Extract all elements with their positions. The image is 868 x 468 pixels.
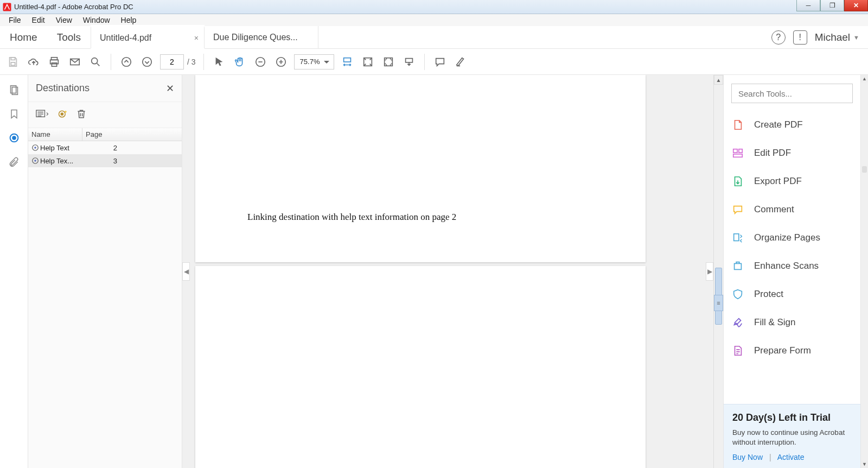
- print-icon[interactable]: [47, 54, 62, 69]
- search-icon[interactable]: [88, 54, 103, 69]
- destinations-title: Destinations: [36, 83, 90, 94]
- thumbnails-icon[interactable]: [8, 84, 21, 97]
- menu-edit[interactable]: Edit: [27, 16, 50, 24]
- hand-tool-icon[interactable]: [232, 54, 247, 69]
- collapse-right-icon[interactable]: ▶: [706, 262, 713, 281]
- tool-label: Organize Pages: [754, 232, 820, 243]
- page-down-icon[interactable]: [139, 54, 155, 69]
- col-name[interactable]: Name: [28, 128, 82, 141]
- zoom-out-icon[interactable]: [253, 54, 268, 69]
- tool-icon: [731, 203, 744, 216]
- tool-item-fill-sign[interactable]: Fill & Sign: [724, 308, 860, 337]
- tool-item-edit-pdf[interactable]: Edit PDF: [724, 139, 860, 167]
- collapse-left-icon[interactable]: ◀: [182, 262, 190, 281]
- page-number-box: / 3: [160, 54, 196, 69]
- close-tab-icon[interactable]: ×: [194, 34, 199, 42]
- vertical-scrollbar[interactable]: ▲ ≡: [713, 75, 723, 468]
- tool-item-comment[interactable]: Comment: [724, 195, 860, 224]
- document-tab-2[interactable]: Due Diligence Ques...: [205, 26, 318, 48]
- attachments-icon[interactable]: [8, 155, 21, 168]
- buy-now-link[interactable]: Buy Now: [732, 453, 763, 461]
- svg-point-19: [12, 136, 16, 140]
- tool-item-create-pdf[interactable]: Create PDF: [724, 111, 860, 139]
- dest-row-page: 3: [99, 157, 120, 165]
- svg-rect-15: [406, 58, 413, 62]
- fullscreen-icon[interactable]: [381, 54, 396, 69]
- tool-item-prepare-form[interactable]: Prepare Form: [724, 337, 860, 365]
- chevron-down-icon: ▼: [853, 34, 859, 41]
- link-separator: |: [769, 453, 771, 461]
- cloud-upload-icon[interactable]: [26, 54, 41, 69]
- document-tab-2-label: Due Diligence Ques...: [213, 33, 298, 42]
- tool-item-organize-pages[interactable]: Organize Pages: [724, 224, 860, 252]
- home-tab[interactable]: Home: [0, 26, 47, 48]
- tab-bar: Home Tools Untitled-4.pdf × Due Diligenc…: [0, 26, 868, 49]
- dest-options-icon[interactable]: [36, 109, 50, 121]
- tools-scrollbar[interactable]: ▲ ▼: [860, 75, 868, 468]
- close-window-button[interactable]: ✕: [844, 0, 868, 11]
- page-total-label: / 3: [187, 58, 196, 66]
- tool-icon: [731, 147, 744, 160]
- tool-label: Enhance Scans: [754, 261, 819, 271]
- search-tools-input[interactable]: [731, 84, 853, 103]
- svg-rect-5: [52, 62, 56, 66]
- menu-help[interactable]: Help: [116, 16, 142, 24]
- tool-item-protect[interactable]: Protect: [724, 280, 860, 308]
- tool-item-enhance-scans[interactable]: Enhance Scans: [724, 252, 860, 280]
- scroll-down-icon[interactable]: ▼: [861, 460, 868, 468]
- left-rail: [0, 75, 28, 468]
- svg-point-7: [92, 58, 98, 64]
- svg-point-8: [122, 57, 131, 66]
- highlight-icon[interactable]: [453, 54, 468, 69]
- tool-label: Create PDF: [754, 119, 803, 130]
- tool-icon: [731, 288, 744, 301]
- dest-row[interactable]: Help Tex... 3: [28, 154, 182, 167]
- zoom-in-icon[interactable]: [273, 54, 289, 69]
- bookmarks-icon[interactable]: [8, 107, 21, 121]
- read-mode-icon[interactable]: [401, 54, 417, 69]
- page-viewport[interactable]: Linking destination with help text infor…: [182, 75, 713, 468]
- scroll-up-icon[interactable]: ▲: [861, 75, 868, 83]
- document-tab-1-label: Untitled-4.pdf: [100, 33, 151, 43]
- svg-rect-1: [11, 57, 15, 60]
- maximize-button[interactable]: ❐: [820, 0, 844, 11]
- svg-rect-27: [733, 149, 737, 153]
- email-icon[interactable]: [67, 54, 82, 69]
- svg-rect-2: [11, 62, 15, 65]
- menu-view[interactable]: View: [50, 16, 78, 24]
- close-panel-icon[interactable]: ✕: [166, 83, 174, 94]
- tool-icon: [731, 231, 744, 244]
- destinations-icon[interactable]: [8, 131, 21, 144]
- scroll-up-icon[interactable]: ▲: [714, 75, 723, 85]
- user-menu[interactable]: Michael ▼: [815, 31, 859, 43]
- page-up-icon[interactable]: [119, 54, 134, 69]
- fit-page-icon[interactable]: [360, 54, 375, 69]
- activate-link[interactable]: Activate: [777, 453, 805, 461]
- save-icon[interactable]: [5, 54, 21, 69]
- dest-row[interactable]: Help Text 2: [28, 141, 182, 154]
- zoom-value: 75.7%: [300, 58, 320, 66]
- col-page[interactable]: Page: [82, 128, 110, 141]
- fit-width-icon[interactable]: [340, 54, 355, 69]
- new-dest-icon[interactable]: [58, 109, 68, 121]
- comment-icon[interactable]: [432, 54, 448, 69]
- zoom-dropdown[interactable]: 75.7%: [294, 54, 335, 69]
- scrollbar-grip-icon[interactable]: ≡: [714, 295, 723, 311]
- menu-file[interactable]: File: [3, 16, 27, 24]
- notifications-icon[interactable]: !: [793, 30, 807, 45]
- tools-panel: Create PDFEdit PDFExport PDFCommentOrgan…: [723, 75, 860, 468]
- page-number-input[interactable]: [160, 54, 184, 69]
- menu-window[interactable]: Window: [78, 16, 116, 24]
- tool-item-export-pdf[interactable]: Export PDF: [724, 167, 860, 195]
- tools-tab[interactable]: Tools: [47, 26, 91, 48]
- svg-rect-29: [739, 149, 742, 153]
- document-tab-1[interactable]: Untitled-4.pdf ×: [91, 26, 205, 48]
- help-icon[interactable]: ?: [771, 30, 786, 45]
- dest-row-name: Help Text: [40, 144, 99, 152]
- minimize-button[interactable]: ─: [796, 0, 820, 11]
- trial-banner: 20 Day(s) Left in Trial Buy now to conti…: [724, 404, 860, 468]
- delete-dest-icon[interactable]: [76, 108, 87, 122]
- select-tool-icon[interactable]: [212, 54, 227, 69]
- trial-title: 20 Day(s) Left in Trial: [732, 412, 852, 423]
- scrollbar-grip-icon[interactable]: [862, 166, 867, 173]
